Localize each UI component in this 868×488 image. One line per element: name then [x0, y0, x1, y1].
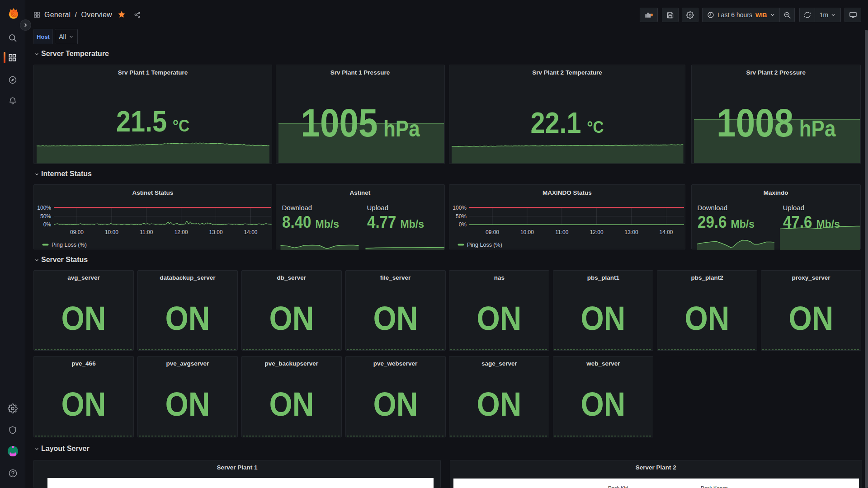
- svg-text:13:00: 13:00: [209, 229, 223, 235]
- svg-text:14:00: 14:00: [244, 229, 257, 235]
- svg-text:50%: 50%: [456, 213, 467, 219]
- svg-text:10:00: 10:00: [105, 229, 118, 235]
- svg-text:14:00: 14:00: [659, 229, 673, 235]
- svg-text:11:00: 11:00: [555, 229, 568, 235]
- svg-text:10:00: 10:00: [520, 229, 534, 235]
- svg-text:12:00: 12:00: [175, 229, 188, 235]
- svg-text:100%: 100%: [37, 204, 51, 211]
- svg-text:Ping Loss (%): Ping Loss (%): [52, 242, 87, 248]
- svg-text:09:00: 09:00: [70, 229, 84, 235]
- svg-text:09:00: 09:00: [486, 229, 499, 235]
- svg-text:0%: 0%: [43, 221, 52, 228]
- svg-text:0%: 0%: [459, 221, 467, 228]
- svg-text:11:00: 11:00: [140, 229, 153, 235]
- svg-text:50%: 50%: [40, 213, 51, 219]
- svg-text:100%: 100%: [453, 204, 467, 211]
- svg-text:12:00: 12:00: [590, 229, 604, 235]
- svg-text:Ping Loss (%): Ping Loss (%): [467, 242, 502, 248]
- svg-text:13:00: 13:00: [625, 229, 638, 235]
